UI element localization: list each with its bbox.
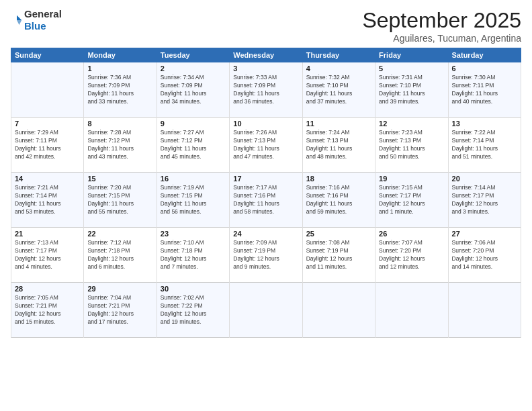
month-title: September 2025 <box>362 8 521 33</box>
day-number: 13 <box>452 120 517 128</box>
day-cell: 11Sunrise: 7:24 AM Sunset: 7:13 PM Dayli… <box>302 118 375 173</box>
day-number: 9 <box>161 120 226 128</box>
day-number: 25 <box>306 230 371 238</box>
day-number: 1 <box>87 64 152 73</box>
day-cell: 18Sunrise: 7:16 AM Sunset: 7:16 PM Dayli… <box>302 173 375 228</box>
day-cell <box>375 283 448 338</box>
day-cell: 16Sunrise: 7:19 AM Sunset: 7:15 PM Dayli… <box>157 173 229 228</box>
day-cell: 26Sunrise: 7:07 AM Sunset: 7:20 PM Dayli… <box>375 228 448 283</box>
day-number: 10 <box>233 120 298 128</box>
day-info: Sunrise: 7:07 AM Sunset: 7:20 PM Dayligh… <box>379 239 444 271</box>
svg-marker-0 <box>17 15 21 20</box>
day-number: 20 <box>452 175 517 183</box>
day-info: Sunrise: 7:12 AM Sunset: 7:18 PM Dayligh… <box>87 239 152 271</box>
day-cell: 24Sunrise: 7:09 AM Sunset: 7:19 PM Dayli… <box>230 228 302 283</box>
day-info: Sunrise: 7:21 AM Sunset: 7:14 PM Dayligh… <box>15 184 80 216</box>
day-info: Sunrise: 7:32 AM Sunset: 7:10 PM Dayligh… <box>306 74 371 106</box>
header-friday: Friday <box>375 48 448 62</box>
day-info: Sunrise: 7:23 AM Sunset: 7:13 PM Dayligh… <box>379 129 444 161</box>
week-row-5: 28Sunrise: 7:05 AM Sunset: 7:21 PM Dayli… <box>11 283 521 338</box>
day-cell: 19Sunrise: 7:15 AM Sunset: 7:17 PM Dayli… <box>375 173 448 228</box>
title-block: September 2025 Aguilares, Tucuman, Argen… <box>362 8 521 44</box>
day-info: Sunrise: 7:10 AM Sunset: 7:18 PM Dayligh… <box>161 239 226 271</box>
day-cell: 13Sunrise: 7:22 AM Sunset: 7:14 PM Dayli… <box>448 118 521 173</box>
calendar-header-row: SundayMondayTuesdayWednesdayThursdayFrid… <box>11 48 521 62</box>
header-thursday: Thursday <box>302 48 375 62</box>
day-cell: 30Sunrise: 7:02 AM Sunset: 7:22 PM Dayli… <box>157 283 229 338</box>
day-info: Sunrise: 7:13 AM Sunset: 7:17 PM Dayligh… <box>15 239 80 271</box>
day-info: Sunrise: 7:36 AM Sunset: 7:09 PM Dayligh… <box>87 74 152 106</box>
day-info: Sunrise: 7:34 AM Sunset: 7:09 PM Dayligh… <box>161 74 226 106</box>
header: General Blue September 2025 Aguilares, T… <box>11 8 521 44</box>
day-info: Sunrise: 7:33 AM Sunset: 7:09 PM Dayligh… <box>233 74 298 106</box>
header-monday: Monday <box>84 48 157 62</box>
header-wednesday: Wednesday <box>230 48 302 62</box>
day-cell: 8Sunrise: 7:28 AM Sunset: 7:12 PM Daylig… <box>84 118 157 173</box>
day-info: Sunrise: 7:09 AM Sunset: 7:19 PM Dayligh… <box>233 239 298 271</box>
day-cell: 6Sunrise: 7:30 AM Sunset: 7:11 PM Daylig… <box>448 62 521 118</box>
day-cell: 2Sunrise: 7:34 AM Sunset: 7:09 PM Daylig… <box>157 62 229 118</box>
day-number: 8 <box>87 120 152 128</box>
day-info: Sunrise: 7:19 AM Sunset: 7:15 PM Dayligh… <box>161 184 226 216</box>
day-info: Sunrise: 7:31 AM Sunset: 7:10 PM Dayligh… <box>379 74 444 106</box>
day-cell: 21Sunrise: 7:13 AM Sunset: 7:17 PM Dayli… <box>11 228 84 283</box>
calendar-body: 1Sunrise: 7:36 AM Sunset: 7:09 PM Daylig… <box>11 62 521 338</box>
day-number: 7 <box>15 120 80 128</box>
day-number: 23 <box>161 230 226 238</box>
logo-icon <box>11 14 23 26</box>
day-info: Sunrise: 7:22 AM Sunset: 7:14 PM Dayligh… <box>452 129 517 161</box>
logo: General Blue <box>11 8 62 32</box>
day-cell: 17Sunrise: 7:17 AM Sunset: 7:16 PM Dayli… <box>230 173 302 228</box>
day-number: 22 <box>87 230 152 238</box>
day-number: 26 <box>379 230 444 238</box>
day-number: 12 <box>379 120 444 128</box>
header-sunday: Sunday <box>11 48 84 62</box>
day-info: Sunrise: 7:17 AM Sunset: 7:16 PM Dayligh… <box>233 184 298 216</box>
day-cell <box>448 283 521 338</box>
week-row-1: 1Sunrise: 7:36 AM Sunset: 7:09 PM Daylig… <box>11 62 521 118</box>
day-number: 3 <box>233 64 298 73</box>
day-number: 2 <box>161 64 226 73</box>
week-row-2: 7Sunrise: 7:29 AM Sunset: 7:11 PM Daylig… <box>11 118 521 173</box>
day-info: Sunrise: 7:15 AM Sunset: 7:17 PM Dayligh… <box>379 184 444 216</box>
day-number: 29 <box>87 285 152 293</box>
day-cell: 7Sunrise: 7:29 AM Sunset: 7:11 PM Daylig… <box>11 118 84 173</box>
day-cell <box>302 283 375 338</box>
location-subtitle: Aguilares, Tucuman, Argentina <box>362 33 521 44</box>
day-info: Sunrise: 7:04 AM Sunset: 7:21 PM Dayligh… <box>87 294 152 326</box>
header-saturday: Saturday <box>448 48 521 62</box>
day-number: 24 <box>233 230 298 238</box>
day-cell: 4Sunrise: 7:32 AM Sunset: 7:10 PM Daylig… <box>302 62 375 118</box>
day-number: 5 <box>379 64 444 73</box>
day-info: Sunrise: 7:30 AM Sunset: 7:11 PM Dayligh… <box>452 74 517 106</box>
day-cell <box>11 62 84 118</box>
day-number: 6 <box>452 64 517 73</box>
day-cell: 14Sunrise: 7:21 AM Sunset: 7:14 PM Dayli… <box>11 173 84 228</box>
day-number: 15 <box>87 175 152 183</box>
day-info: Sunrise: 7:06 AM Sunset: 7:20 PM Dayligh… <box>452 239 517 271</box>
day-cell: 15Sunrise: 7:20 AM Sunset: 7:15 PM Dayli… <box>84 173 157 228</box>
day-number: 21 <box>15 230 80 238</box>
day-cell <box>230 283 302 338</box>
day-info: Sunrise: 7:16 AM Sunset: 7:16 PM Dayligh… <box>306 184 371 216</box>
day-cell: 28Sunrise: 7:05 AM Sunset: 7:21 PM Dayli… <box>11 283 84 338</box>
day-cell: 22Sunrise: 7:12 AM Sunset: 7:18 PM Dayli… <box>84 228 157 283</box>
day-number: 4 <box>306 64 371 73</box>
day-number: 28 <box>15 285 80 293</box>
day-cell: 25Sunrise: 7:08 AM Sunset: 7:19 PM Dayli… <box>302 228 375 283</box>
logo-blue: Blue <box>24 20 62 32</box>
day-cell: 10Sunrise: 7:26 AM Sunset: 7:13 PM Dayli… <box>230 118 302 173</box>
week-row-3: 14Sunrise: 7:21 AM Sunset: 7:14 PM Dayli… <box>11 173 521 228</box>
day-cell: 23Sunrise: 7:10 AM Sunset: 7:18 PM Dayli… <box>157 228 229 283</box>
day-info: Sunrise: 7:14 AM Sunset: 7:17 PM Dayligh… <box>452 184 517 216</box>
day-info: Sunrise: 7:08 AM Sunset: 7:19 PM Dayligh… <box>306 239 371 271</box>
svg-marker-1 <box>17 20 21 25</box>
day-cell: 29Sunrise: 7:04 AM Sunset: 7:21 PM Dayli… <box>84 283 157 338</box>
logo-general: General <box>24 8 62 20</box>
page: General Blue September 2025 Aguilares, T… <box>0 0 532 411</box>
day-info: Sunrise: 7:29 AM Sunset: 7:11 PM Dayligh… <box>15 129 80 161</box>
day-info: Sunrise: 7:05 AM Sunset: 7:21 PM Dayligh… <box>15 294 80 326</box>
calendar-table: SundayMondayTuesdayWednesdayThursdayFrid… <box>11 48 521 338</box>
day-info: Sunrise: 7:02 AM Sunset: 7:22 PM Dayligh… <box>161 294 226 326</box>
day-cell: 3Sunrise: 7:33 AM Sunset: 7:09 PM Daylig… <box>230 62 302 118</box>
